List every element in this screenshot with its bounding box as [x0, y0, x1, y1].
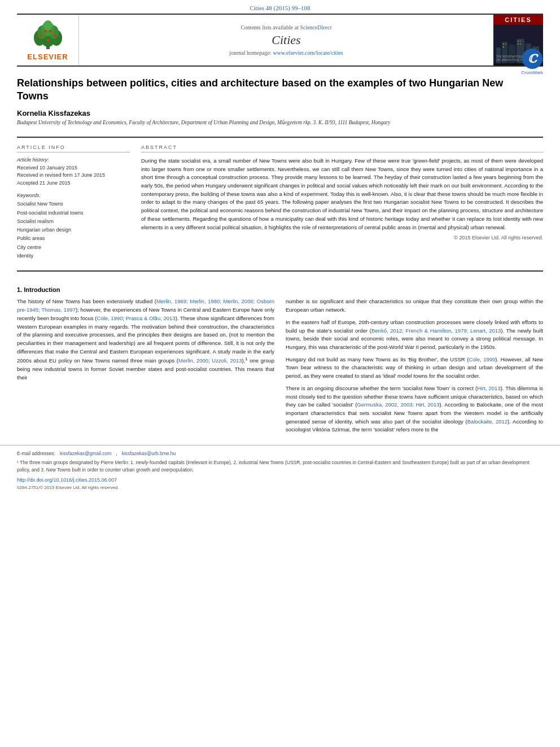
abstract-text: During the state socialist era, a small … [141, 157, 543, 231]
svg-point-10 [43, 29, 46, 32]
doi-link[interactable]: http://dx.doi.org/10.1016/j.cities.2015.… [17, 477, 543, 484]
doi-line[interactable]: Cities 48 (2015) 99–108 [0, 0, 560, 14]
svg-rect-24 [520, 41, 521, 42]
email-label: E-mail addresses: [17, 450, 55, 457]
svg-rect-21 [505, 43, 506, 45]
history-label: Article history: [17, 157, 130, 163]
article-history: Article history: Received 10 January 201… [17, 157, 130, 187]
article-author: Kornelia Kissfazekas [17, 109, 515, 117]
svg-point-7 [43, 20, 53, 30]
introduction-section: 1. Introduction [0, 277, 560, 293]
page: Cities 48 (2015) 99–108 E [0, 0, 560, 747]
introduction-title: 1. Introduction [17, 286, 543, 293]
intro-para-4: Hungary did not build as many New Towns … [286, 356, 543, 381]
keywords-section: Keywords: Socialist New Towns Post-socia… [17, 193, 130, 260]
elsevier-brand-text: ELSEVIER [27, 53, 68, 61]
ref-merlin-2000[interactable]: Merlin, 2000 [178, 358, 208, 364]
keyword-6: City centre [17, 243, 130, 252]
ref-balockaite-2012[interactable]: Balockaite, 2012 [467, 418, 508, 425]
journal-info: Contents lists available at ScienceDirec… [79, 15, 493, 65]
email-1[interactable]: kissfazekas@gmail.com [60, 450, 111, 457]
crossmark-label: CrossMark [521, 70, 543, 75]
ref-benko-2012[interactable]: Benkő, 2012; French & Hamilton, 1979; Le… [371, 327, 501, 334]
intro-para-3: In the eastern half of Europe, 20th-cent… [286, 318, 543, 352]
revised-date: Received in revised form 17 June 2015 [17, 172, 130, 180]
received-date: Received 10 January 2015 [17, 164, 130, 172]
ref-merlin-1969[interactable]: Merlin, 1969; Merlin, 1980; Merlin, 2000… [17, 298, 274, 313]
elsevier-logo: ELSEVIER [17, 15, 79, 65]
svg-rect-26 [520, 43, 521, 45]
body-col-right: number is so significant and their chara… [286, 298, 543, 438]
intro-para-1: The history of New Towns has been extens… [17, 298, 274, 382]
body-col-left: The history of New Towns has been extens… [17, 298, 274, 438]
elsevier-tree-icon [28, 20, 68, 51]
keyword-7: Identity [17, 252, 130, 260]
footer-notes: E-mail addresses: kissfazekas@gmail.com,… [0, 445, 560, 491]
journal-title: Cities [272, 33, 300, 47]
ref-cole-1990b[interactable]: Cole, 1990 [469, 356, 495, 362]
keyword-1: Socialist New Towns [17, 200, 130, 208]
svg-point-9 [54, 34, 56, 37]
email-2[interactable]: kissfazekas@urb.bme.hu [122, 450, 176, 457]
ref-hirt-2013[interactable]: Hirt, 2013 [477, 385, 501, 391]
svg-point-8 [39, 34, 42, 37]
homepage-url[interactable]: www.elsevier.com/locate/cities [273, 50, 343, 56]
ref-germuska-2002[interactable]: Germuska, 2002, 2003; Hirt, 2013 [357, 401, 439, 408]
footnote-1: ¹ The three main groups designated by Pi… [17, 459, 543, 474]
crossmark-badge: ℂ CrossMark [521, 49, 543, 75]
crossmark-icon: ℂ [522, 49, 542, 69]
intro-para-2: number is so significant and their chara… [286, 298, 543, 314]
abstract-column: ABSTRACT During the state socialist era,… [141, 145, 543, 261]
svg-point-11 [49, 29, 52, 32]
article-info-column: ARTICLE INFO Article history: Received 1… [17, 145, 130, 261]
body-columns: The history of New Towns has been extens… [0, 298, 560, 438]
keywords-label: Keywords: [17, 193, 130, 198]
keyword-3: Socialist realism [17, 217, 130, 226]
journal-header: ELSEVIER Contents lists available at Sci… [17, 14, 543, 67]
article-affiliation: Budapest University of Technology and Ec… [17, 120, 515, 125]
svg-rect-20 [503, 43, 504, 45]
doi-text: Cities 48 (2015) 99–108 [250, 5, 310, 11]
keyword-5: Public areas [17, 234, 130, 243]
ref-uzzoli-2013[interactable]: Uzzoli, 2013 [212, 358, 242, 364]
keyword-4: Hungarian urban design [17, 226, 130, 234]
ref-prasca-2013[interactable]: Prasca & Olău, 2013 [126, 315, 176, 321]
svg-point-12 [46, 38, 49, 41]
accepted-date: Accepted 21 June 2015 [17, 180, 130, 187]
article-info-label: ARTICLE INFO [17, 145, 130, 152]
svg-rect-23 [518, 41, 519, 42]
ref-cole-1990[interactable]: Cole, 1990 [97, 315, 123, 321]
article-header: Relationships between politics, cities a… [0, 67, 560, 137]
sciencedirect-link[interactable]: ScienceDirect [300, 24, 331, 30]
article-title: Relationships between politics, cities a… [17, 77, 515, 103]
copyright-notice: © 2015 Elsevier Ltd. All rights reserved… [141, 235, 543, 241]
abstract-label: ABSTRACT [141, 145, 543, 152]
keyword-2: Post-socialist industrial towns [17, 209, 130, 217]
issn-line: 0264-2751/© 2015 Elsevier Ltd. All right… [17, 484, 543, 491]
intro-para-5: There is an ongoing discourse whether th… [286, 385, 543, 434]
contents-available: Contents lists available at ScienceDirec… [240, 24, 331, 30]
homepage-line: journal homepage: www.elsevier.com/locat… [229, 50, 343, 56]
article-info-abstract: ARTICLE INFO Article history: Received 1… [0, 138, 560, 261]
svg-rect-22 [503, 46, 504, 47]
cities-cover-title: CITIES [493, 15, 543, 25]
svg-rect-25 [518, 43, 519, 45]
